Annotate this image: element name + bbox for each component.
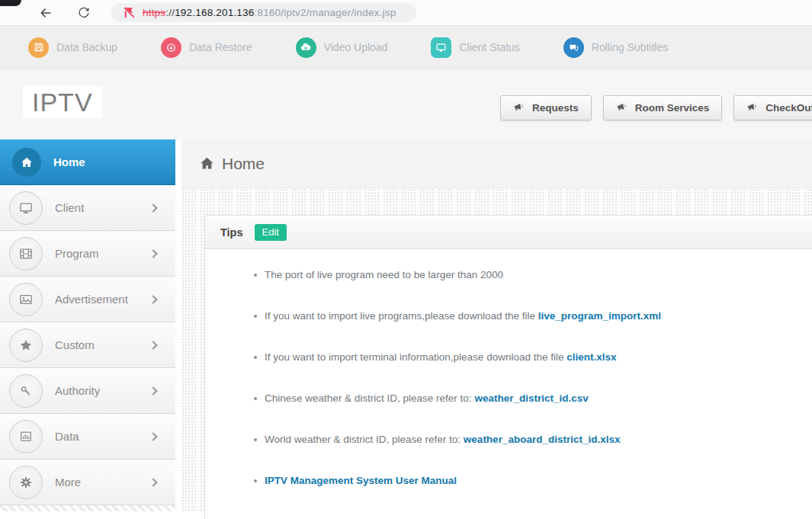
monitor-icon xyxy=(431,37,451,58)
address-bar[interactable]: https://192.168.201.136:8160/iptv2/manag… xyxy=(111,3,416,22)
home-icon xyxy=(199,155,215,171)
download-circle-icon xyxy=(161,37,181,58)
cloud-upload-icon xyxy=(296,37,316,58)
toolbar-item-label: Data Backup xyxy=(56,41,117,53)
browser-back-button[interactable] xyxy=(35,2,56,24)
sidebar-hatch-filler xyxy=(0,505,175,511)
sidebar-item-label: Home xyxy=(53,155,85,168)
tip-item: The port of live program need to be larg… xyxy=(265,269,812,280)
gear-icon xyxy=(9,466,43,499)
app-logo: IPTV xyxy=(23,86,102,118)
chevron-right-icon xyxy=(149,295,157,303)
sidebar: Home Client Program Advertise xyxy=(0,139,175,511)
chevron-right-icon xyxy=(149,203,157,212)
chevron-right-icon xyxy=(149,386,157,395)
edit-button[interactable]: Edit xyxy=(255,224,287,241)
sidebar-item-label: More xyxy=(55,476,81,489)
tip-text: If you want to import terminal informati… xyxy=(265,351,566,363)
sidebar-item-custom[interactable]: Custom xyxy=(0,322,175,368)
sidebar-item-more[interactable]: More xyxy=(0,460,175,505)
megaphone-icon xyxy=(616,102,628,114)
sidebar-item-advertisement[interactable]: Advertisement xyxy=(0,277,175,322)
toolbar-item-label: Video Upload xyxy=(324,41,388,53)
tip-item: If you want to import terminal informati… xyxy=(265,351,812,363)
url-path: :8160/iptv2/manager/index.jsp xyxy=(255,7,396,18)
chevron-right-icon xyxy=(149,478,157,486)
breadcrumb: Home xyxy=(181,139,812,188)
tip-text: Chinese weather & district ID, please re… xyxy=(265,392,474,404)
sidebar-item-label: Custom xyxy=(55,338,95,351)
sidebar-item-data[interactable]: Data xyxy=(0,414,175,460)
sidebar-menu: Home Client Program Advertise xyxy=(0,139,175,505)
key-icon xyxy=(9,374,43,408)
tip-text: The port of live program need to be larg… xyxy=(265,269,503,280)
room-services-button[interactable]: Room Services xyxy=(603,95,723,120)
sidebar-item-authority[interactable]: Authority xyxy=(0,368,175,414)
toolbar-item-label: Rolling Subtitles xyxy=(592,41,668,53)
megaphone-icon xyxy=(746,102,759,114)
megaphone-icon xyxy=(513,102,525,114)
chevron-right-icon xyxy=(149,432,157,441)
url-scheme: https xyxy=(143,7,165,18)
url-host: 192.168.201.136 xyxy=(175,7,254,18)
chevron-right-icon xyxy=(149,249,157,258)
toolbar-item-video-upload[interactable]: Video Upload xyxy=(296,37,388,58)
sidebar-item-label: Client xyxy=(55,201,84,214)
header-buttons: Requests Room Services CheckOut Requests xyxy=(500,95,812,120)
tips-list: The port of live program need to be larg… xyxy=(205,269,812,486)
tip-item: IPTV Management System User Manual xyxy=(265,475,812,486)
sidebar-item-label: Data xyxy=(55,430,79,443)
floppy-disk-icon xyxy=(28,37,49,58)
toolbar-item-label: Client Status xyxy=(459,41,519,53)
sidebar-item-label: Authority xyxy=(55,384,100,397)
chat-bubbles-icon xyxy=(563,37,584,58)
page-title: Home xyxy=(222,155,265,173)
tip-item: Chinese weather & district ID, please re… xyxy=(265,392,812,404)
chevron-right-icon xyxy=(149,341,157,349)
tip-item: World weather & district ID, please refe… xyxy=(265,434,812,445)
sidebar-item-program[interactable]: Program xyxy=(0,231,175,277)
url-separator: :// xyxy=(165,7,175,18)
tip-link[interactable]: IPTV Management System User Manual xyxy=(265,475,457,486)
monitor-icon xyxy=(9,191,43,225)
button-label: Room Services xyxy=(635,102,710,114)
not-secure-flag-icon[interactable] xyxy=(122,5,136,20)
star-icon xyxy=(9,328,43,362)
toolbar-item-client-status[interactable]: Client Status xyxy=(431,37,519,58)
toolbar-item-label: Data Restore xyxy=(189,41,252,53)
checkout-requests-button[interactable]: CheckOut Requests xyxy=(733,95,812,120)
tips-panel: Tips Edit The port of live program need … xyxy=(204,215,812,519)
toolbar-item-data-backup[interactable]: Data Backup xyxy=(28,37,117,58)
app-header: IPTV Requests Room Services CheckOut Req… xyxy=(0,69,812,139)
tip-link[interactable]: weather_district_id.csv xyxy=(474,392,588,404)
home-icon xyxy=(12,148,41,177)
tip-text: If you want to import live programs,plea… xyxy=(265,310,538,322)
reload-icon xyxy=(77,6,91,20)
toolbar-item-rolling-subtitles[interactable]: Rolling Subtitles xyxy=(563,37,668,58)
browser-bar: https://192.168.201.136:8160/iptv2/manag… xyxy=(0,0,812,26)
image-icon xyxy=(9,283,43,316)
bar-chart-icon xyxy=(9,420,43,453)
sidebar-item-label: Program xyxy=(55,247,99,260)
button-label: CheckOut Requests xyxy=(765,102,812,114)
sidebar-item-label: Advertisement xyxy=(55,293,128,306)
url-text: https://192.168.201.136:8160/iptv2/manag… xyxy=(143,7,396,18)
back-arrow-icon xyxy=(38,5,53,21)
sidebar-item-client[interactable]: Client xyxy=(0,185,175,231)
film-icon xyxy=(9,237,43,271)
tips-panel-header: Tips Edit xyxy=(205,216,812,249)
toolbar-item-data-restore[interactable]: Data Restore xyxy=(161,37,252,58)
main-content: Home Tips Edit The port of live program … xyxy=(175,139,812,511)
feature-toolbar: Data Backup Data Restore Video Upload Cl… xyxy=(0,26,812,69)
requests-button[interactable]: Requests xyxy=(500,95,592,120)
content-area: Tips Edit The port of live program need … xyxy=(181,188,812,511)
browser-reload-button[interactable] xyxy=(73,2,95,24)
sidebar-item-home[interactable]: Home xyxy=(0,139,175,185)
tip-link[interactable]: weather_aboard_district_id.xlsx xyxy=(464,434,621,445)
window-frame-corner xyxy=(0,0,21,6)
app-body: Home Client Program Advertise xyxy=(0,139,812,511)
button-label: Requests xyxy=(532,102,579,114)
tip-item: If you want to import live programs,plea… xyxy=(265,310,812,322)
tip-link[interactable]: live_program_import.xml xyxy=(538,310,661,322)
tip-link[interactable]: client.xlsx xyxy=(566,351,616,363)
